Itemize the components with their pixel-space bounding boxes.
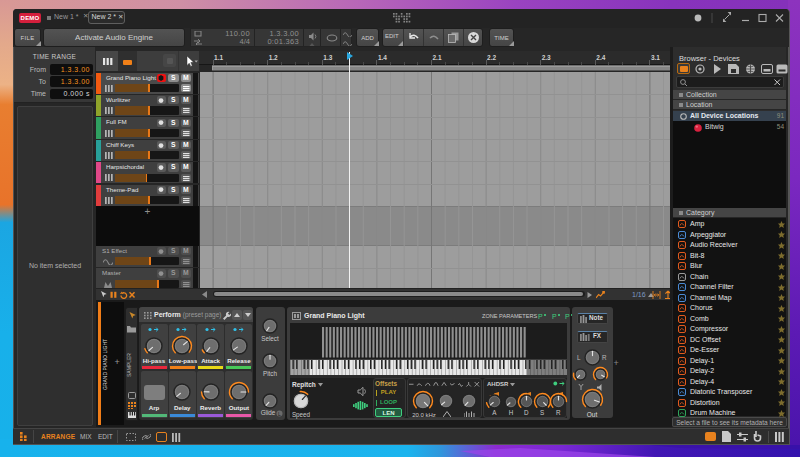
svg-text:L: L xyxy=(278,410,281,416)
svg-text:P: P xyxy=(538,313,543,320)
svg-text:P: P xyxy=(565,313,570,320)
svg-text:P: P xyxy=(552,313,557,320)
